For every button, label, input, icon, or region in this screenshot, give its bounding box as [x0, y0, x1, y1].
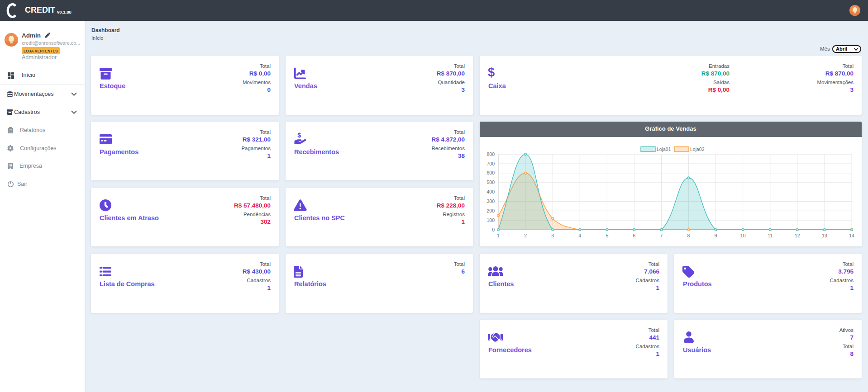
svg-text:13: 13	[822, 233, 827, 238]
svg-text:9: 9	[715, 233, 717, 238]
svg-text:12: 12	[795, 233, 800, 238]
svg-text:100: 100	[486, 217, 495, 223]
svg-text:8: 8	[687, 233, 690, 238]
svg-text:4: 4	[578, 233, 581, 238]
svg-text:600: 600	[486, 170, 495, 175]
svg-text:Loja02: Loja02	[690, 146, 705, 152]
svg-text:Loja01: Loja01	[657, 146, 671, 152]
svg-text:11: 11	[768, 233, 773, 238]
svg-text:300: 300	[486, 198, 495, 204]
svg-text:800: 800	[486, 151, 495, 157]
svg-text:3: 3	[551, 233, 554, 238]
svg-text:10: 10	[740, 233, 746, 238]
svg-text:700: 700	[486, 161, 495, 166]
svg-text:6: 6	[633, 233, 635, 238]
svg-text:500: 500	[486, 179, 495, 185]
svg-text:$: $	[297, 132, 301, 139]
svg-text:2: 2	[524, 233, 527, 238]
svg-text:200: 200	[486, 208, 495, 213]
svg-text:1: 1	[497, 233, 500, 238]
svg-text:14: 14	[849, 233, 854, 238]
svg-text:0: 0	[492, 227, 495, 232]
svg-text:5: 5	[606, 233, 608, 238]
svg-text:400: 400	[486, 189, 495, 194]
svg-text:7: 7	[660, 233, 663, 238]
